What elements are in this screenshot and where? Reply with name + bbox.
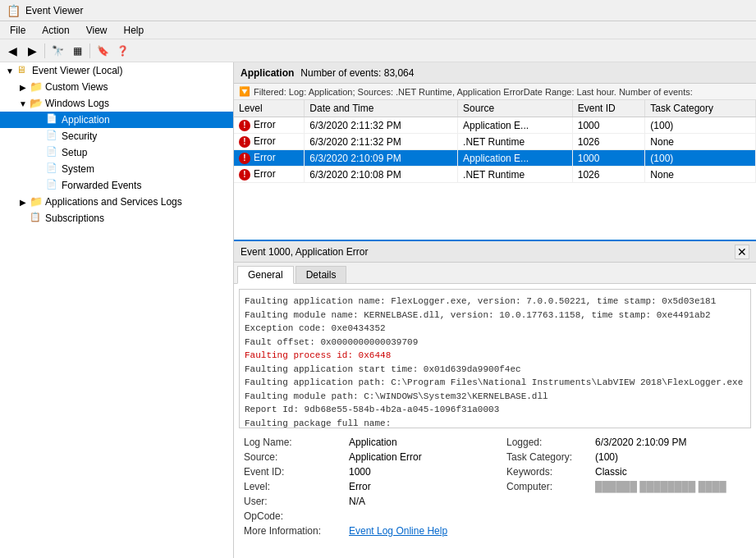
sidebar-item-custom-views[interactable]: ▶ 📁 Custom Views [0,79,233,95]
menu-help[interactable]: Help [117,23,151,38]
toolbar-filter[interactable]: 🔖 [94,42,112,60]
menu-file[interactable]: File [3,23,32,38]
col-taskcategory[interactable]: Task Category [645,100,756,117]
sidebar-item-setup[interactable]: ▶ 📄 Setup [0,144,233,161]
sidebar-item-security[interactable]: ▶ 📄 Security [0,128,233,144]
col-source[interactable]: Source [458,100,573,117]
source-label: Source: [244,451,342,463]
events-table-container[interactable]: Level Date and Time Source Event ID Task… [234,100,756,240]
cell-eventid: 1000 [572,117,645,134]
system-label: System [62,163,94,175]
table-row[interactable]: !Error 6/3/2020 2:11:32 PM Application E… [234,117,756,134]
table-row[interactable]: !Error 6/3/2020 2:10:08 PM .NET Runtime … [234,167,756,183]
windows-logs-label: Windows Logs [45,98,109,109]
table-header-row: Level Date and Time Source Event ID Task… [234,100,756,117]
events-table: Level Date and Time Source Event ID Task… [234,100,756,183]
cell-level: !Error [234,167,305,183]
windows-logs-toggle[interactable]: ▼ [16,97,30,110]
cell-taskcategory: None [645,134,756,150]
keywords-label: Keywords: [506,466,589,478]
sidebar-item-forwarded-events[interactable]: ▶ 📄 Forwarded Events [0,177,233,194]
toolbar-help[interactable]: ❓ [113,42,131,60]
custom-views-toggle[interactable]: ▶ [16,80,30,94]
tree-root-icon: 🖥 [16,64,30,77]
event-text-line: Faulting application path: C:\Program Fi… [245,376,745,390]
event-metadata: Log Name: Application Logged: 6/3/2020 2… [234,433,756,540]
keywords-value: Classic [595,466,746,478]
setup-label: Setup [62,147,87,158]
filter-text: Filtered: Log: Application; Sources: .NE… [254,87,693,97]
event-text-line: Faulting application start time: 0x01d63… [245,363,745,377]
sidebar-item-windows-logs[interactable]: ▼ 📂 Windows Logs [0,95,233,112]
logged-value: 6/3/2020 2:10:09 PM [595,437,746,448]
cell-datetime: 6/3/2020 2:10:08 PM [305,167,458,183]
cell-taskcategory: (100) [645,117,756,134]
apps-services-label: Applications and Services Logs [45,196,182,208]
event-text-line: Faulting module path: C:\WINDOWS\System3… [245,390,745,404]
event-id-label: Event ID: [244,466,342,478]
source-value: Application Error [349,451,500,463]
computer-value: ██████ ████████ ████ [595,481,746,492]
events-panel-title: Application [241,67,294,79]
table-row[interactable]: !Error 6/3/2020 2:11:32 PM .NET Runtime … [234,134,756,150]
apps-services-toggle[interactable]: ▶ [16,195,30,208]
toolbar-grid[interactable]: ▦ [68,42,86,60]
level-value: Error [349,481,500,492]
toolbar-scope[interactable]: 🔭 [48,42,66,60]
event-text-line: Exception code: 0xe0434352 [245,322,745,336]
system-log-icon: 📄 [46,162,59,176]
opcode-label: OpCode: [244,510,342,522]
error-icon: ! [239,136,250,148]
cell-source: .NET Runtime [458,167,573,183]
subscriptions-icon: 📋 [30,212,43,225]
error-icon: ! [239,153,250,164]
events-count: Number of events: 83,064 [300,67,414,79]
cell-level: !Error [234,150,305,167]
toolbar-back[interactable]: ◀ [3,42,21,60]
main-container: ▼ 🖥 Event Viewer (Local) ▶ 📁 Custom View… [0,62,756,558]
cell-taskcategory: None [645,167,756,183]
col-eventid[interactable]: Event ID [572,100,645,117]
event-text-line: Report Id: 9db68e55-584b-4b2a-a045-1096f… [245,403,745,417]
menu-view[interactable]: View [80,23,114,38]
tree-root-toggle[interactable]: ▼ [3,64,16,77]
toolbar-forward[interactable]: ▶ [23,42,41,60]
cell-source: Application E... [458,117,573,134]
user-label: User: [244,496,342,507]
sidebar-item-application[interactable]: ▶ 📄 Application [0,112,233,128]
events-header: Application Number of events: 83,064 [234,62,756,84]
event-text-content: Faulting application name: FlexLogger.ex… [239,289,751,428]
event-log-online-help-link[interactable]: Event Log Online Help [349,525,500,537]
title-bar: 📋 Event Viewer [0,0,756,21]
tree-root-label: Event Viewer (Local) [32,65,123,76]
tab-details[interactable]: Details [296,266,347,283]
apps-services-folder-icon: 📁 [30,195,43,208]
log-name-value: Application [349,437,500,448]
event-detail-panel: Event 1000, Application Error ✕ General … [234,240,756,540]
close-button[interactable]: ✕ [735,245,749,259]
col-level[interactable]: Level [234,100,305,117]
tab-general[interactable]: General [237,266,294,284]
setup-log-icon: 📄 [46,146,59,159]
menu-action[interactable]: Action [35,23,76,38]
forwarded-log-icon: 📄 [46,179,59,192]
left-panel: ▼ 🖥 Event Viewer (Local) ▶ 📁 Custom View… [0,62,234,558]
application-label: Application [62,114,110,126]
sidebar-item-subscriptions[interactable]: ▶ 📋 Subscriptions [0,210,233,226]
table-row[interactable]: !Error 6/3/2020 2:10:09 PM Application E… [234,150,756,167]
title-text: Event Viewer [25,5,83,16]
custom-views-folder-icon: 📁 [30,80,43,94]
sidebar-item-apps-services[interactable]: ▶ 📁 Applications and Services Logs [0,194,233,210]
event-id-value: 1000 [349,466,500,478]
error-icon: ! [239,169,250,181]
event-detail-header: Event 1000, Application Error ✕ [234,241,756,263]
tree-root[interactable]: ▼ 🖥 Event Viewer (Local) [0,62,233,79]
cell-datetime: 6/3/2020 2:11:32 PM [305,117,458,134]
forwarded-label: Forwarded Events [62,180,141,191]
menu-bar: File Action View Help [0,21,756,39]
col-datetime[interactable]: Date and Time [305,100,458,117]
logged-label: Logged: [506,437,589,448]
right-panel: Application Number of events: 83,064 🔽 F… [234,62,756,558]
sidebar-item-system[interactable]: ▶ 📄 System [0,161,233,177]
event-text-line: Fault offset: 0x0000000000039709 [245,336,745,350]
